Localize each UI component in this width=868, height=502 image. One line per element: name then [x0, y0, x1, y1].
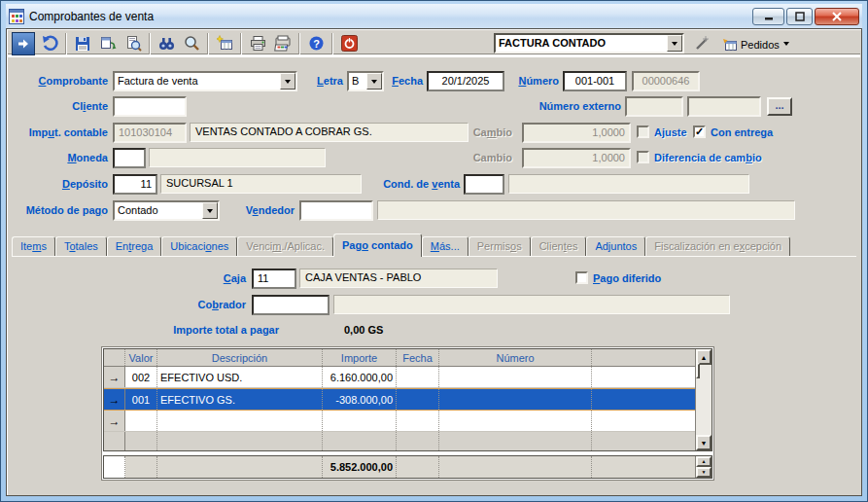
numero-externo-browse-button[interactable]: ...: [767, 97, 792, 116]
tab-ubicaciones[interactable]: Ubicaciones: [161, 236, 237, 257]
tab-items[interactable]: Items: [12, 236, 55, 257]
cond-venta-input[interactable]: [464, 174, 504, 195]
print-button[interactable]: [245, 32, 270, 55]
cond-venta-desc: [508, 174, 749, 194]
pago-diferido-checkbox[interactable]: [575, 271, 588, 284]
row-pointer-icon: →: [104, 367, 125, 387]
comprobante-dropdown-button[interactable]: [280, 73, 295, 90]
cond-venta-label: Cond. de venta: [374, 174, 460, 195]
tab-totales[interactable]: Totales: [55, 236, 107, 257]
scrollbar-thumb[interactable]: [696, 363, 700, 378]
post-button[interactable]: [12, 32, 35, 55]
cobrador-input[interactable]: [252, 295, 330, 315]
row-pointer-icon: →: [104, 411, 125, 431]
spinner-down-button[interactable]: ▼: [696, 467, 712, 478]
grid-empty-area: [104, 432, 695, 450]
vendedor-label: Vendedor: [238, 200, 295, 221]
grid-row[interactable]: →: [104, 411, 695, 432]
spinner-up-button[interactable]: ▲: [696, 456, 712, 467]
metodo-pago-dropdown-button[interactable]: [202, 202, 218, 219]
letra-value[interactable]: B: [349, 73, 366, 90]
minimize-button[interactable]: [752, 8, 784, 25]
exit-button[interactable]: [336, 32, 362, 55]
cliente-input[interactable]: [113, 96, 187, 117]
tab-entrega[interactable]: Entrega: [107, 236, 162, 257]
close-button[interactable]: [815, 8, 859, 25]
cell-valor[interactable]: 001: [125, 389, 157, 410]
print-color-button[interactable]: [270, 32, 295, 55]
tab-mas[interactable]: Más...: [422, 236, 469, 257]
footer-spinner[interactable]: ▲ ▼: [695, 456, 712, 478]
toolbar-separator: [331, 33, 333, 54]
numero-label: Número: [508, 71, 559, 91]
wand-icon[interactable]: [694, 35, 711, 52]
moneda-input[interactable]: [113, 148, 146, 168]
titlebar: Comprobantes de venta: [6, 4, 862, 28]
metodo-pago-value[interactable]: Contado: [115, 202, 202, 219]
deposito-input[interactable]: 11: [113, 174, 157, 195]
cell-valor[interactable]: 002: [125, 367, 157, 387]
numero-serie-input[interactable]: 001-001: [563, 71, 627, 91]
pedidos-button[interactable]: Pedidos: [718, 34, 793, 55]
grid-header-pointer: [104, 349, 125, 366]
caja-input[interactable]: 11: [252, 269, 296, 289]
cell-importe[interactable]: [323, 411, 397, 431]
scroll-down-button[interactable]: ▼: [696, 435, 712, 450]
toolbar: ? FACTURA CONTADO Pedidos: [8, 30, 860, 57]
fecha-input[interactable]: 20/1/2025: [427, 71, 504, 91]
grid-header-descripcion: Descripción: [157, 349, 323, 366]
con-entrega-label: Con entrega: [711, 125, 773, 140]
con-entrega-checkbox[interactable]: ✓: [693, 126, 706, 138]
grid-row[interactable]: → 001 EFECTIVO GS. -308.000,00: [104, 388, 695, 411]
tab-bar: Items Totales Entrega Ubicaciones Vencim…: [12, 233, 790, 257]
cell-descripcion[interactable]: EFECTIVO USD.: [157, 367, 323, 387]
moneda-label: Moneda: [11, 148, 108, 168]
print-preview-button[interactable]: [121, 32, 146, 55]
numero-correlativo-input: 00000646: [632, 71, 700, 91]
imputacion-code-input: 101030104: [113, 123, 187, 143]
vertical-scrollbar[interactable]: ▲ ▼: [695, 349, 712, 450]
cell-numero[interactable]: [439, 367, 592, 387]
undo-button[interactable]: [37, 32, 62, 55]
client-area: ? FACTURA CONTADO Pedidos Comprobante Fa…: [6, 28, 862, 496]
tab-pago-contado[interactable]: Pago contado: [333, 233, 422, 257]
tab-adjuntos[interactable]: Adjuntos: [586, 236, 645, 257]
save-button[interactable]: [70, 32, 95, 55]
vendedor-input[interactable]: [299, 200, 373, 221]
cell-fecha[interactable]: [397, 367, 439, 387]
comprobante-label: Comprobante: [11, 71, 108, 91]
cell-descripcion[interactable]: [157, 411, 323, 431]
cell-numero[interactable]: [439, 389, 592, 410]
tipo-comprobante-combo[interactable]: FACTURA CONTADO: [494, 33, 684, 54]
cambio2-label: Cambio: [425, 148, 512, 168]
ajuste-label: Ajuste: [654, 125, 687, 140]
new-window-button[interactable]: [212, 32, 237, 55]
cell-valor[interactable]: [125, 411, 157, 431]
tipo-comprobante-dropdown-button[interactable]: [667, 35, 682, 52]
help-button[interactable]: ?: [303, 32, 329, 55]
comprobante-value[interactable]: Factura de venta: [115, 73, 280, 90]
copy-button[interactable]: [95, 32, 121, 55]
cell-descripcion[interactable]: EFECTIVO GS.: [157, 389, 323, 410]
letra-combo[interactable]: B: [347, 71, 384, 91]
metodo-pago-combo[interactable]: Contado: [113, 200, 220, 221]
maximize-button[interactable]: [786, 8, 813, 25]
search-button[interactable]: [179, 32, 204, 55]
tipo-comprobante-value[interactable]: FACTURA CONTADO: [496, 35, 667, 52]
svg-text:?: ?: [313, 38, 320, 50]
comprobante-combo[interactable]: Factura de venta: [113, 71, 297, 91]
tab-content-divider: [12, 256, 856, 257]
cell-importe[interactable]: -308.000,00: [323, 389, 397, 410]
row-pointer-icon: →: [104, 389, 125, 410]
cobrador-desc: [333, 295, 730, 314]
letra-dropdown-button[interactable]: [366, 73, 382, 90]
cell-fecha[interactable]: [397, 411, 439, 431]
cell-importe[interactable]: 6.160.000,00: [323, 367, 397, 387]
cell-numero[interactable]: [439, 411, 592, 431]
window-title: Comprobantes de venta: [29, 10, 154, 23]
grid-row[interactable]: → 002 EFECTIVO USD. 6.160.000,00: [104, 367, 695, 388]
cell-fecha[interactable]: [397, 389, 439, 410]
grid-total-importe: 5.852.000,00: [323, 456, 397, 478]
find-button[interactable]: [154, 32, 179, 55]
pedidos-dropdown-arrow: [783, 42, 789, 49]
